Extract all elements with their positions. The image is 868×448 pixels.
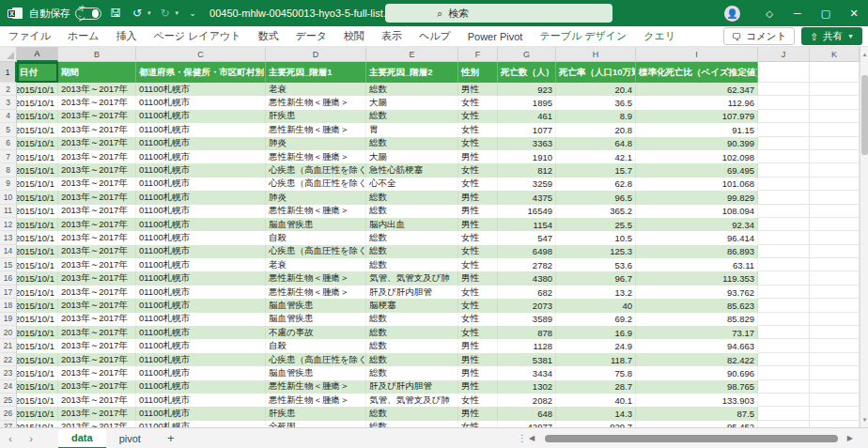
cell[interactable]: 98.765 [636,380,758,394]
cell[interactable] [758,110,810,123]
cell[interactable] [758,163,810,177]
cell[interactable] [758,339,810,352]
cell[interactable]: 96.414 [636,231,758,244]
table-header-cell[interactable]: 都道府県・保健所・市区町村別 [136,62,266,83]
cell[interactable]: 2013年～2017年 [58,231,136,244]
cell[interactable]: 2013年～2017年 [58,366,136,379]
row-number[interactable]: 5 [0,123,17,136]
row-number[interactable]: 6 [0,137,17,150]
cell[interactable]: 2013年～2017年 [58,137,136,150]
cell[interactable]: 365.2 [556,205,636,218]
cell[interactable]: 2013年～2017年 [58,96,136,109]
cell[interactable]: 1302 [498,380,556,394]
cell[interactable]: 85.829 [636,313,758,326]
cell[interactable] [758,205,810,218]
cell[interactable] [810,178,860,191]
cell[interactable]: 女性 [458,286,498,299]
horizontal-scroll-thumb[interactable] [545,435,838,442]
ribbon-tab-ページ レイアウト[interactable]: ページ レイアウト [146,26,250,47]
autosave-toggle[interactable]: 自動保存 オン [29,7,101,21]
cell[interactable]: 男性 [458,380,498,394]
cell[interactable] [810,96,860,109]
cell[interactable]: 肝及び肝内胆管 [366,380,458,394]
cell[interactable] [810,286,860,299]
cell[interactable] [810,245,860,258]
cell[interactable]: 心疾患（高血圧性を除く） [266,245,366,258]
cell[interactable]: 01100札幌市 [136,178,266,191]
cell[interactable]: 急性心筋梗塞 [366,163,458,177]
cell[interactable]: 40.1 [556,394,636,407]
cell[interactable]: 男性 [458,218,498,231]
restore-button[interactable]: ▢ [812,0,840,26]
cell[interactable] [758,83,810,96]
cell[interactable]: 42.1 [556,150,636,163]
cell[interactable]: 01100札幌市 [136,137,266,150]
column-header-C[interactable]: C [136,47,266,62]
cell[interactable]: 25.5 [556,218,636,231]
cell[interactable]: 69.495 [636,163,758,177]
close-button[interactable]: ✕ [840,0,868,26]
cell[interactable] [758,299,810,312]
cell[interactable]: 総数 [366,205,458,218]
cell[interactable]: 69.2 [556,313,636,326]
row-number[interactable]: 4 [0,110,17,123]
cell[interactable]: 自殺 [266,231,366,244]
cell[interactable]: 2015/10/1 [17,245,58,258]
cell[interactable]: 2015/10/1 [17,271,58,285]
cell[interactable] [810,123,860,136]
cell[interactable]: 2015/10/1 [17,137,58,150]
cell[interactable]: 82.422 [636,353,758,366]
cell[interactable]: 01100札幌市 [136,271,266,285]
cell[interactable]: 01100札幌市 [136,163,266,177]
cell[interactable]: 85.623 [636,299,758,312]
cell[interactable]: 01100札幌市 [136,191,266,204]
row-number[interactable]: 14 [0,245,17,258]
cell[interactable]: 総数 [366,110,458,123]
cell[interactable]: 62.347 [636,83,758,96]
cell[interactable] [758,394,810,407]
cell[interactable]: 118.7 [556,353,636,366]
cell[interactable]: 総数 [366,353,458,366]
cell[interactable]: 96.7 [556,271,636,285]
cell[interactable]: 総数 [366,191,458,204]
cell[interactable]: 90.696 [636,366,758,379]
table-header-cell[interactable]: 標準化死亡比（ベイズ推定値） [636,62,758,83]
column-header-J[interactable]: J [758,47,810,62]
cell[interactable] [758,245,810,258]
cell[interactable]: 13.2 [556,286,636,299]
cell[interactable]: 2015/10/1 [17,353,58,366]
cell[interactable]: 15.7 [556,163,636,177]
row-number[interactable]: 18 [0,299,17,312]
cell[interactable]: 90.399 [636,137,758,150]
cell[interactable]: 2013年～2017年 [58,339,136,352]
cell[interactable]: 2015/10/1 [17,191,58,204]
minimize-button[interactable]: ─ [783,0,812,26]
cell[interactable]: 大腸 [366,96,458,109]
cell[interactable]: 40 [556,299,636,312]
cell[interactable]: 73.17 [636,326,758,339]
cell[interactable]: 87.5 [636,407,758,420]
cell[interactable]: 1895 [498,96,556,109]
cell[interactable]: 2013年～2017年 [58,299,136,312]
cell[interactable]: 男性 [458,407,498,420]
cell[interactable]: 923 [498,83,556,96]
cell[interactable] [810,421,860,427]
column-header-G[interactable]: G [498,47,556,62]
cell[interactable]: 878 [498,326,556,339]
cell[interactable]: 脳血管疾患 [266,299,366,312]
cell[interactable]: 1077 [498,123,556,136]
row-number[interactable]: 8 [0,163,17,177]
cell[interactable]: 脳梗塞 [366,299,458,312]
table-header-cell[interactable]: 性別 [458,62,498,83]
cell[interactable]: 10.5 [556,231,636,244]
cell[interactable]: 16549 [498,205,556,218]
row-number[interactable]: 24 [0,380,17,394]
cell[interactable]: 肝及び肝内胆管 [366,286,458,299]
cell[interactable] [810,163,860,177]
cell[interactable]: 女性 [458,123,498,136]
cell[interactable]: 2013年～2017年 [58,150,136,163]
cell[interactable] [810,218,860,231]
cell[interactable]: 2013年～2017年 [58,205,136,218]
cell[interactable]: 悪性新生物＜腫瘍＞ [266,380,366,394]
cell[interactable] [810,231,860,244]
